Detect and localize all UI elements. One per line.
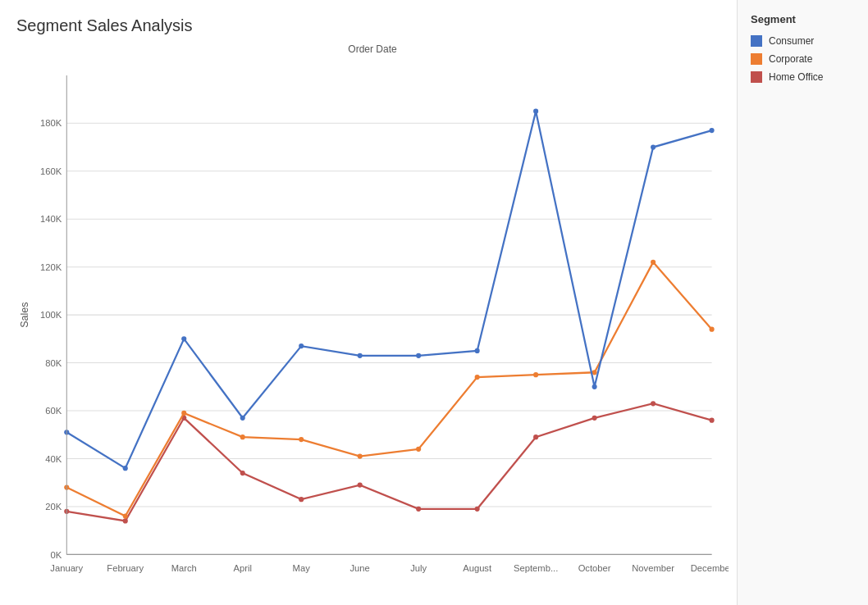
svg-point-59 [181,336,186,341]
svg-point-50 [358,453,363,458]
legend-label: Home Office [769,71,823,83]
svg-point-49 [299,437,304,442]
main-container: Segment Sales Analysis Order Date 0K20K4… [0,0,868,605]
svg-text:December: December [691,563,729,573]
svg-point-39 [416,507,421,512]
svg-text:May: May [293,563,311,573]
legend-items: Consumer Corporate Home Office [751,35,855,83]
svg-text:February: February [107,563,144,573]
svg-text:June: June [350,563,370,573]
legend-swatch [751,35,762,47]
legend-swatch [751,53,762,65]
svg-point-58 [123,466,128,471]
svg-text:January: January [50,563,83,573]
svg-point-67 [651,144,656,149]
svg-point-42 [592,416,597,421]
svg-point-66 [592,384,597,389]
legend-label: Consumer [769,35,814,47]
svg-text:120K: 120K [40,262,62,272]
svg-text:August: August [463,563,492,573]
svg-point-63 [416,353,421,358]
svg-text:July: July [410,563,427,573]
svg-text:60K: 60K [45,406,62,416]
svg-point-64 [475,348,480,353]
svg-text:April: April [233,563,251,573]
legend-item: Corporate [751,53,855,65]
svg-text:March: March [171,563,197,573]
legend-item: Consumer [751,35,855,47]
svg-text:160K: 160K [40,166,62,176]
svg-point-55 [651,260,656,265]
order-date-label: Order Date [16,43,729,55]
svg-text:0K: 0K [50,549,62,559]
chart-area: Segment Sales Analysis Order Date 0K20K4… [0,0,737,605]
svg-point-43 [651,401,656,406]
legend-swatch [751,71,762,83]
svg-point-56 [710,327,715,332]
svg-point-51 [416,447,421,452]
svg-point-48 [240,434,245,439]
svg-text:20K: 20K [45,502,62,512]
main-chart: 0K20K40K60K80K100K120K140K160K180KSalesJ… [16,58,729,605]
chart-title: Segment Sales Analysis [16,16,729,35]
chart-wrapper: Order Date 0K20K40K60K80K100K120K140K160… [16,43,729,591]
legend-title: Segment [751,13,855,25]
svg-point-65 [533,109,538,114]
svg-text:180K: 180K [40,118,62,128]
svg-point-37 [299,497,304,502]
svg-text:40K: 40K [45,454,62,464]
svg-point-46 [123,513,128,518]
svg-text:November: November [632,563,674,573]
svg-point-44 [710,418,715,423]
svg-point-40 [475,507,480,512]
legend-panel: Segment Consumer Corporate Home Office [737,0,868,605]
svg-point-52 [475,375,480,380]
svg-text:140K: 140K [40,214,62,224]
svg-point-62 [358,353,363,358]
svg-text:October: October [578,563,611,573]
svg-point-53 [533,372,538,377]
svg-point-68 [710,128,715,133]
svg-point-38 [358,482,363,487]
legend-label: Corporate [769,53,812,65]
svg-point-47 [181,411,186,416]
svg-point-61 [299,343,304,348]
svg-text:100K: 100K [40,310,62,320]
svg-point-34 [123,518,128,523]
svg-point-60 [240,416,245,421]
svg-point-41 [533,434,538,439]
svg-text:Sales: Sales [19,302,30,327]
svg-text:Septemb...: Septemb... [514,563,558,573]
svg-point-36 [240,471,245,475]
svg-text:80K: 80K [45,358,62,368]
legend-item: Home Office [751,71,855,83]
